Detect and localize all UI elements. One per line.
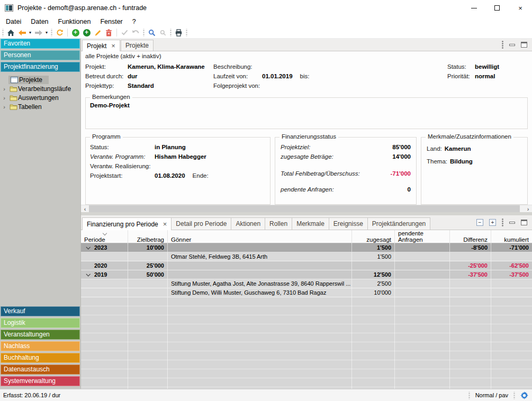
delete-trash-icon[interactable]: × (103, 28, 114, 38)
back-dropdown-icon[interactable]: ▾ (28, 30, 33, 35)
sidebar-section-logistik[interactable]: Logistik (1, 318, 80, 328)
tree-item-tabellen[interactable]: › Tabellen (0, 102, 80, 111)
tree-item-projekte[interactable]: Projekte (0, 75, 80, 84)
field-label: Projekttyp: (85, 83, 128, 89)
app-window: Projekte - demoft@asp.arenae.ch - funtra… (0, 0, 532, 401)
add-copy-icon[interactable]: + (81, 28, 92, 38)
search-icon[interactable] (146, 28, 157, 38)
cell-zielbetrag (128, 288, 168, 297)
tab-detail-pro-periode[interactable]: Detail pro Periode (171, 217, 231, 230)
tree-item-auswertungen[interactable]: › Auswertungen (0, 93, 80, 102)
maximize-button[interactable] (485, 0, 509, 16)
field-label: Beschreibung: (213, 63, 262, 70)
sidebar-section-datenaustausch[interactable]: Datenaustausch (1, 364, 80, 375)
sidebar-section-verkauf[interactable]: Verkauf (1, 306, 80, 316)
scroll-right-icon[interactable]: › (524, 205, 532, 212)
collapse-all-icon[interactable]: − (476, 219, 483, 226)
menu-bar: Datei Daten Funktionen Fenster ? (0, 16, 532, 27)
table-empty-area[interactable] (81, 297, 532, 389)
filter-label: alle Projekte (aktiv + inaktiv) (85, 53, 528, 59)
minimize-button[interactable] (462, 0, 485, 16)
sidebar-section-nachlass[interactable]: Nachlass (1, 341, 80, 351)
tab-projekte[interactable]: Projekte (121, 40, 154, 51)
tab-projektaenderungen[interactable]: Projektänderungen (367, 217, 430, 230)
edit-pencil-icon[interactable] (92, 28, 103, 38)
chevron-right-icon[interactable]: › (0, 86, 8, 92)
tab-merkmale[interactable]: Merkmale (292, 217, 329, 230)
menu-fenster[interactable]: Fenster (95, 17, 127, 26)
settings-gear-icon[interactable] (520, 391, 528, 399)
menu-funktionen[interactable]: Funktionen (53, 17, 96, 26)
sidebar-section-veranstaltungen[interactable]: Veranstaltungen (1, 330, 80, 340)
sidebar-section-personen[interactable]: Personen (1, 50, 80, 60)
table-row-2020[interactable]: 2020 25'000 -25'000 -62'500 (81, 261, 532, 270)
table-row-donor[interactable]: Otmar Stehlé, Feldweg 3B, 6415 Arth 1'50… (81, 252, 532, 261)
panel-menu-icon[interactable] (502, 218, 503, 226)
tab-close-icon[interactable]: × (163, 222, 167, 227)
tab-rollen[interactable]: Rollen (265, 217, 292, 230)
expand-chevron-icon[interactable] (86, 245, 90, 249)
field-value-betreut-durch: dur (128, 73, 138, 79)
refresh-icon[interactable] (54, 28, 65, 38)
column-header-differenz[interactable]: Differenz (450, 230, 491, 244)
cell-zugesagt: 10'000 (352, 288, 395, 297)
table-row-2019[interactable]: 2019 50'000 12'500 -37'500 -37'500 (81, 270, 532, 279)
toolbar-grip[interactable] (142, 29, 145, 37)
add-icon[interactable]: + (70, 28, 81, 38)
close-button[interactable]: × (509, 0, 532, 16)
tab-finanzierung-pro-periode[interactable]: Finanzierung pro Periode × (82, 217, 172, 230)
field-value-land: Kamerun (445, 145, 471, 152)
menu-datei[interactable]: Datei (1, 17, 26, 26)
panel-menu-icon[interactable] (502, 41, 503, 49)
panel-maximize-icon[interactable] (521, 42, 527, 48)
sidebar-section-buchhaltung[interactable]: Buchhaltung (1, 353, 80, 363)
cell-pendente (395, 279, 450, 288)
expand-chevron-icon[interactable] (86, 272, 90, 276)
expand-all-icon[interactable]: + (489, 219, 496, 226)
column-header-zugesagt[interactable]: zugesagt (352, 230, 395, 244)
toolbar-grip[interactable] (2, 29, 4, 37)
print-icon[interactable] (173, 28, 184, 38)
panel-maximize-icon[interactable] (521, 220, 527, 225)
field-label: Betreut durch: (85, 73, 128, 79)
confirm-check-icon[interactable] (119, 28, 130, 38)
sidebar-section-systemverwaltung[interactable]: Systemverwaltung (1, 376, 80, 386)
forward-dropdown-icon[interactable]: ▾ (44, 30, 49, 35)
tab-ereignisse[interactable]: Ereignisse (329, 217, 368, 230)
column-header-kumuliert[interactable]: kumuliert (491, 230, 532, 244)
search-secondary-icon[interactable] (157, 28, 168, 38)
toolbar-grip[interactable] (50, 29, 53, 37)
column-header-pendente-anfragen[interactable]: pendente Anfragen (395, 230, 450, 244)
column-header-zielbetrag[interactable]: Zielbetrag (128, 230, 168, 244)
folder-icon (8, 86, 18, 92)
chevron-right-icon[interactable]: › (0, 104, 8, 110)
tree-item-verarbeitungslaeufe[interactable]: › Verarbeitungsläufe (0, 84, 80, 93)
forward-icon[interactable] (33, 28, 44, 38)
chevron-right-icon[interactable]: › (0, 95, 8, 101)
menu-daten[interactable]: Daten (26, 17, 53, 26)
panel-minimize-icon[interactable] (509, 222, 515, 224)
cell-pendente (395, 270, 450, 279)
back-icon[interactable] (16, 28, 28, 38)
toolbar-grip[interactable] (169, 29, 172, 37)
scrollbar-track[interactable] (520, 205, 524, 212)
tab-aktionen[interactable]: Aktionen (231, 217, 265, 230)
sidebar-section-projektfinanzierung[interactable]: Projektfinanzierung (1, 62, 80, 72)
menu-help[interactable]: ? (128, 17, 141, 26)
cell-kumuliert (491, 288, 532, 297)
home-icon[interactable] (5, 28, 16, 38)
column-header-goenner[interactable]: Gönner (168, 230, 352, 244)
toolbar-grip[interactable] (185, 29, 188, 37)
scrollbar-thumb[interactable] (89, 205, 520, 212)
cell-kumuliert: -62'500 (491, 261, 532, 270)
sidebar-section-favoriten[interactable]: Favoriten (1, 39, 80, 49)
tab-close-icon[interactable]: × (111, 43, 115, 49)
undo-icon[interactable] (130, 28, 141, 38)
tab-projekt[interactable]: Projekt × (82, 40, 120, 51)
table-row-donor[interactable]: Stiftung Demo, Willi Muster, Guschaweg 6… (81, 288, 532, 297)
scroll-left-icon[interactable]: ‹ (81, 205, 89, 212)
panel-minimize-icon[interactable] (509, 44, 515, 46)
cell-periode (81, 279, 128, 288)
table-row-donor[interactable]: Stiftung Muster, Agatha Jost, Alte Jonas… (81, 279, 532, 288)
table-row-2023[interactable]: 2023 10'000 1'500 -8'500 -71'000 (81, 243, 532, 252)
